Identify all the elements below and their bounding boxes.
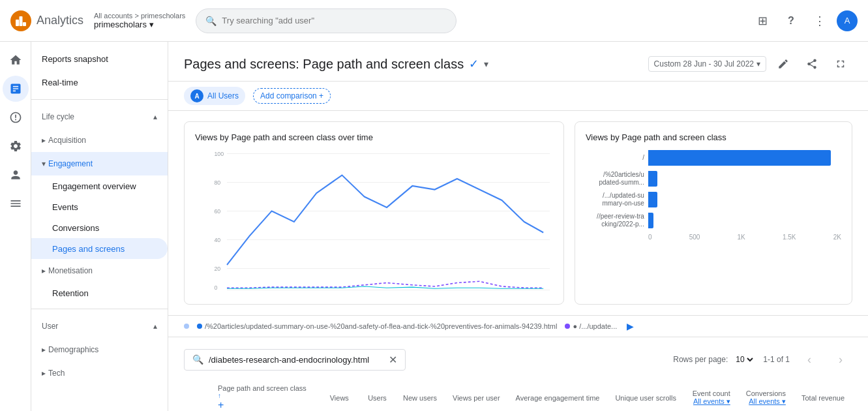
line-chart-card: Views by Page path and screen class over… [184, 121, 564, 305]
help-button[interactable]: ? [779, 9, 803, 33]
col-event-count[interactable]: Event count All events ▾ [684, 379, 738, 411]
header-actions: Custom 28 Jun - 30 Jul 2022 ▾ [648, 52, 852, 76]
pencil-icon [777, 58, 789, 70]
nav-user-header[interactable]: User ▴ [31, 314, 168, 338]
sort-arrow-icon: ↑ [218, 392, 221, 399]
nav-demographics-header[interactable]: ▸ Demographics [31, 338, 168, 361]
pagination-prev-button[interactable]: ‹ [798, 348, 821, 371]
bar-row-4: //peer-review-tracking/2022-p... [586, 213, 841, 228]
share-button[interactable] [800, 52, 824, 76]
expand-button[interactable] [829, 52, 852, 76]
charts-area: Views by Page path and screen class over… [168, 111, 868, 316]
comparison-bar: A All Users Add comparison + [168, 82, 868, 111]
line-chart: 100 80 60 40 20 0 [195, 150, 553, 294]
conversions-filter[interactable]: All events ▾ [749, 397, 786, 406]
nav-pages-and-screens[interactable]: Pages and screens [31, 238, 168, 259]
bar-label-2: /%20articles/updated-summ... [586, 171, 644, 187]
title-dropdown-icon[interactable]: ▾ [484, 59, 488, 69]
svg-text:100: 100 [214, 150, 224, 157]
add-comparison-button[interactable]: Add comparison + [253, 88, 331, 104]
rows-per-page-select[interactable]: 10 25 50 [733, 354, 755, 365]
legend-dot-2 [197, 324, 202, 329]
legend-item-purple: ● /.../update... [565, 322, 617, 330]
table-search-input[interactable] [209, 355, 383, 365]
svg-text:80: 80 [214, 179, 220, 186]
bar-row-1: / [586, 150, 841, 166]
sidebar-icon-settings[interactable] [3, 133, 29, 159]
sidebar-icon-admin[interactable] [3, 162, 29, 188]
lifecycle-chevron-icon: ▴ [153, 112, 157, 121]
grid-icon-button[interactable]: ⊞ [751, 9, 774, 33]
col-new-users[interactable]: New users [395, 379, 445, 411]
bar-row-2: /%20articles/updated-summ... [586, 171, 841, 187]
search-bar[interactable]: 🔍 [196, 8, 456, 33]
bar-fill-4 [648, 213, 653, 228]
edit-report-button[interactable] [771, 52, 795, 76]
nav-tech-header[interactable]: ▸ Tech [31, 361, 168, 385]
table-search-bar[interactable]: 🔍 ✕ [184, 349, 406, 371]
acquisition-label: Acquisition [48, 136, 86, 145]
add-column-icon[interactable]: + [218, 399, 224, 410]
nav-engagement-overview[interactable]: Engagement overview [31, 175, 168, 196]
nav-real-time[interactable]: Real-time [31, 70, 168, 94]
title-check-icon: ✓ [469, 57, 479, 71]
demographics-label: Demographics [48, 345, 98, 354]
col-conversions[interactable]: Conversions All events ▾ [738, 379, 794, 411]
engagement-label: Engagement [48, 159, 93, 168]
line-chart-title: Views by Page path and screen class over… [195, 132, 553, 142]
engagement-chevron-icon: ▾ [42, 159, 46, 168]
col-page-path[interactable]: Page path and screen class ↑ + [210, 379, 319, 411]
all-users-label: All Users [207, 91, 239, 100]
nav-conversions[interactable]: Conversions [31, 217, 168, 238]
more-options-button[interactable]: ⋮ [808, 9, 831, 33]
sidebar-icon-list[interactable] [3, 190, 29, 217]
account-path: All accounts > primescholars [94, 12, 185, 20]
bar-fill-3 [648, 192, 657, 207]
avatar[interactable]: A [837, 10, 858, 31]
account-name[interactable]: primescholars ▾ [94, 20, 185, 29]
col-avg-engagement[interactable]: Average engagement time [508, 379, 608, 411]
event-count-filter[interactable]: All events ▾ [693, 397, 730, 406]
lifecycle-label: Life cycle [42, 112, 74, 121]
sidebar-icon-reports[interactable] [3, 76, 29, 102]
svg-rect-3 [23, 22, 26, 26]
nav-events[interactable]: Events [31, 196, 168, 217]
nav-reports-snapshot[interactable]: Reports snapshot [31, 47, 168, 70]
col-views[interactable]: Views [319, 379, 357, 411]
acquisition-chevron-icon: ▸ [42, 136, 46, 145]
nav-retention[interactable]: Retention [31, 282, 168, 303]
line-chart-svg: 100 80 60 40 20 0 [195, 150, 553, 294]
sidebar-icon-home[interactable] [3, 47, 29, 73]
account-info: All accounts > primescholars primeschola… [94, 12, 185, 29]
sidebar-icon-explore[interactable] [3, 104, 29, 130]
col-views-per-user[interactable]: Views per user [445, 379, 508, 411]
table-search-icon: 🔍 [192, 354, 203, 365]
grid-icon: ⊞ [758, 14, 768, 28]
data-table: Page path and screen class ↑ + Views Use… [184, 379, 852, 411]
table-search-clear-icon[interactable]: ✕ [389, 354, 397, 366]
nav-lifecycle-header[interactable]: Life cycle ▴ [31, 105, 168, 129]
pagination-next-button[interactable]: › [829, 348, 852, 371]
date-range-picker[interactable]: Custom 28 Jun - 30 Jul 2022 ▾ [648, 56, 766, 72]
nav-monetisation-header[interactable]: ▸ Monetisation [31, 259, 168, 282]
col-unique-scrolls[interactable]: Unique user scrolls [607, 379, 684, 411]
legend-scroll-right[interactable]: ▶ [625, 321, 635, 331]
all-users-badge[interactable]: A All Users [184, 87, 245, 105]
nav-acquisition-header[interactable]: ▸ Acquisition [31, 129, 168, 152]
svg-text:40: 40 [214, 236, 220, 243]
bar-chart-axis: 0 500 1K 1.5K 2K [648, 234, 841, 241]
page-title: Pages and screens: Page path and screen … [184, 57, 488, 72]
help-icon: ? [788, 15, 794, 27]
bar-chart: / /%20articles/updated-summ... /.../upda… [586, 150, 841, 294]
monetisation-chevron-icon: ▸ [42, 266, 46, 275]
bar-label-4: //peer-review-tracking/2022-p... [586, 213, 644, 228]
col-total-revenue[interactable]: Total revenue [794, 379, 852, 411]
table-area: 🔍 ✕ Rows per page: 10 25 50 1-1 of 1 ‹ [168, 337, 868, 411]
svg-rect-1 [16, 20, 19, 26]
nav-divider [31, 99, 168, 100]
col-users[interactable]: Users [357, 379, 395, 411]
search-input[interactable] [222, 16, 447, 25]
nav-label: Real-time [42, 78, 78, 87]
main-content: Pages and screens: Page path and screen … [168, 42, 868, 411]
nav-engagement-header[interactable]: ▾ Engagement [31, 152, 168, 175]
